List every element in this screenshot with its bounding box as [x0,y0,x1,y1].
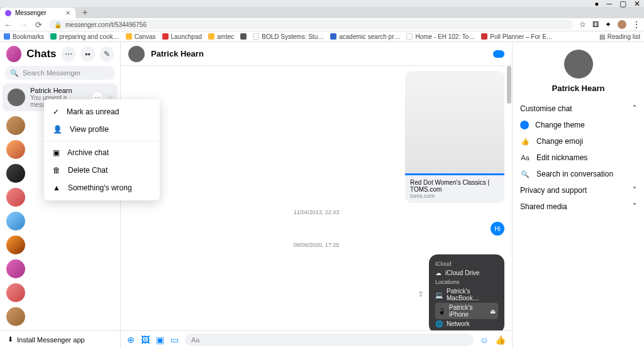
cloud-icon: ☁ [435,269,441,276]
conversation-avatar[interactable] [6,140,25,159]
chat-main: Patrick Hearn Red Dot Women's Classics |… [121,42,512,348]
download-icon [240,33,247,40]
menu-delete[interactable]: 🗑Delete Chat [44,161,160,179]
eject-icon: ⏏ [490,308,496,315]
share-icon[interactable]: ⇪ [418,290,424,298]
section-label: iCloud [435,259,498,268]
image-button[interactable]: 🖼 [141,335,150,345]
dice-icon[interactable]: ⚅ [592,20,599,29]
add-button[interactable]: ⊕ [127,335,135,345]
section-shared-media[interactable]: Shared media˅ [520,198,636,215]
bookmark-item[interactable]: Bookmarks [4,33,44,40]
scrollbar-thumb[interactable] [507,66,511,104]
message-input[interactable]: Aa [185,334,474,346]
install-app-button[interactable]: ⬇ Install Messenger app [0,330,120,348]
change-theme[interactable]: Change theme [520,117,636,133]
reload-icon[interactable]: ⟳ [34,20,43,30]
search-in-conversation[interactable]: 🔍Search in conversation [520,166,636,182]
bookmark-item[interactable] [240,33,247,40]
section-privacy[interactable]: Privacy and support˅ [520,182,636,198]
chevron-up-icon: ˄ [633,104,636,113]
search-icon: 🔍 [520,170,530,178]
sticker-button[interactable]: ▣ [156,335,164,345]
chevron-down-icon: ˅ [633,186,636,195]
conversation-context-menu: ✓Mark as unread 👤View profile ▣Archive c… [44,99,160,200]
browser-tab[interactable]: Messenger ✕ [0,8,75,18]
chat-avatar[interactable] [128,46,145,62]
options-button[interactable]: ⋯ [62,46,75,62]
gif-button[interactable]: ▭ [170,335,179,345]
star-icon[interactable]: ☆ [579,20,586,29]
reading-list-button[interactable]: ▤Reading list [599,33,640,40]
scrollbar-track[interactable] [507,66,511,330]
section-customise-chat[interactable]: Customise chat˄ [520,101,636,117]
link-image [405,71,504,175]
bookmark-item[interactable]: Poll Planner – For E… [481,33,553,40]
tab-title: Messenger [15,9,46,16]
minimize-icon[interactable]: ─ [606,0,612,8]
conversation-avatar[interactable] [6,236,25,254]
url-text: messenger.com/t/534496756 [65,21,147,28]
laptop-icon: 💻 [435,291,443,298]
trash-icon: 🗑 [53,166,60,175]
search-input[interactable]: 🔍 Search Messenger [5,66,115,80]
maximize-icon[interactable]: ▢ [619,0,626,8]
menu-report[interactable]: ▲Something's wrong [44,179,160,197]
close-icon[interactable]: ✕ [634,0,640,8]
tab-close-icon[interactable]: ✕ [65,9,70,16]
check-icon: ✓ [53,107,59,116]
menu-view-profile[interactable]: 👤View profile [44,121,160,138]
bookmark-item[interactable]: academic search pr… [330,33,400,40]
bookmark-item[interactable]: preparing and cook… [50,33,119,40]
conversation-avatar[interactable] [6,259,25,278]
conversation-avatar[interactable] [6,116,25,135]
change-emoji[interactable]: 👍Change emoji [520,133,636,150]
menu-mark-unread[interactable]: ✓Mark as unread [44,103,160,121]
address-bar[interactable]: 🔒 messenger.com/t/534496756 [49,19,573,30]
theme-dot-icon [520,121,529,129]
record-icon[interactable]: ● [594,0,599,8]
phone-icon: 📱 [438,308,445,315]
menu-icon[interactable]: ⋮ [633,20,640,29]
page-icon [253,33,259,40]
extension-icon[interactable]: ✦ [605,20,611,29]
forward-icon[interactable]: → [19,20,28,30]
details-panel: Patrick Hearn Customise chat˄ Change the… [512,42,644,348]
bookmark-item[interactable]: Home - EH 102: To… [406,33,475,40]
compose-button[interactable]: ✎ [100,46,114,62]
menu-archive[interactable]: ▣Archive chat [44,144,160,161]
section-label: Locations [435,278,498,286]
page-icon [406,33,413,40]
toolbar: ← → ⟳ 🔒 messenger.com/t/534496756 ☆ ⚅ ✦ … [0,18,644,31]
list-icon: ▤ [599,33,605,40]
link-preview-card[interactable]: Red Dot Women's Classics | TOMS.com toms… [405,71,504,203]
page-icon [481,33,487,40]
video-call-button[interactable]: ▪▪ [80,46,94,62]
bookmarks-bar: Bookmarks preparing and cook… Canvas Lau… [0,31,644,42]
edit-nicknames[interactable]: AaEdit nicknames [520,150,636,166]
shared-attachment[interactable]: iCloud ☁iCloud Drive Locations 💻Patrick'… [429,254,504,330]
bookmark-item[interactable]: amtec [208,33,234,40]
profile-avatar-icon[interactable] [618,20,626,29]
conversation-avatar[interactable] [6,212,25,231]
search-icon: 🔍 [10,69,19,77]
folder-icon [50,33,57,40]
bookmark-item[interactable]: Launchpad [162,33,203,40]
back-icon[interactable]: ← [4,20,13,30]
conversation-avatar[interactable] [6,283,25,302]
separator [44,141,160,141]
page-icon [330,33,336,40]
timestamp: 11/04/2013, 22:43 [128,205,504,219]
sent-message[interactable]: Hi [491,222,504,236]
my-avatar[interactable] [6,46,21,62]
conversation-avatar[interactable] [6,307,25,326]
bookmark-item[interactable]: BOLD Systems: Stu… [253,33,324,40]
new-tab-button[interactable]: ＋ [75,7,94,18]
emoji-button[interactable]: ☺ [480,335,489,345]
profile-avatar[interactable] [564,50,593,79]
conversation-avatar[interactable] [6,164,25,183]
like-button[interactable]: 👍 [495,335,506,345]
thumbs-up-icon: 👍 [520,138,530,146]
conversation-avatar[interactable] [6,188,25,207]
bookmark-item[interactable]: Canvas [126,33,156,40]
